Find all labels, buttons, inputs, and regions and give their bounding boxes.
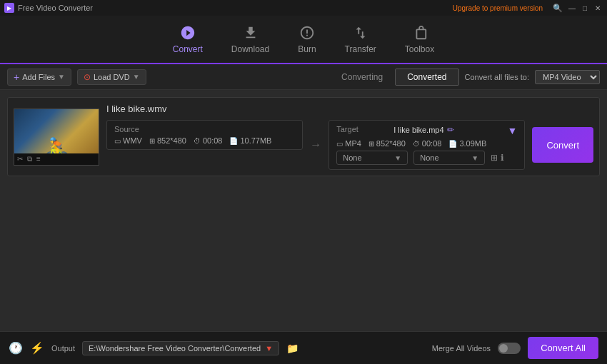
nav-download-label: Download — [231, 44, 269, 54]
file-header: ✂ ⧉ ≡ I like bike.wmv Source — [14, 103, 593, 170]
maximize-button[interactable]: □ — [580, 3, 590, 13]
convert-all-area: Convert all files to: MP4 Video AVI Vide… — [465, 70, 600, 84]
format-select[interactable]: MP4 Video AVI Video MOV Video MKV Video — [535, 70, 600, 84]
download-icon — [242, 24, 259, 41]
nav-bar: Convert Download Burn Transfer — [0, 16, 607, 64]
convert-button[interactable]: Convert — [532, 127, 593, 163]
target-details: ▭ MP4 ⊞ 852*480 ⏱ 00:08 — [336, 139, 517, 148]
subtitle-dropdown-icon-1: ▼ — [394, 154, 401, 162]
convert-all-label: Convert all files to: — [465, 73, 529, 81]
source-details: ▭ WMV ⊞ 852*480 ⏱ 00:08 — [114, 136, 295, 145]
file-icon: 📄 — [229, 137, 238, 145]
tabs-area: Converting Converted — [329, 69, 458, 86]
output-path-text: E:\Wondershare Free Video Converter\Conv… — [89, 344, 261, 353]
tab-converted[interactable]: Converted — [395, 69, 458, 86]
app-name: Free Video Converter — [18, 4, 93, 12]
subtitle-dropdown-icon-2: ▼ — [471, 154, 478, 162]
toolbar: + Add Files ▼ ⊙ Load DVD ▼ Converting Co… — [0, 64, 607, 90]
target-file-icon: 📄 — [448, 140, 457, 148]
format-icon: ▭ — [114, 137, 121, 145]
clip-icon[interactable]: ⧉ — [27, 155, 32, 163]
nav-download[interactable]: Download — [231, 24, 269, 54]
output-path[interactable]: E:\Wondershare Free Video Converter\Conv… — [82, 341, 279, 355]
target-block: Target ▼ ▭ MP4 ⊞ 852*480 — [328, 120, 525, 170]
target-format: ▭ MP4 — [336, 139, 361, 148]
load-dvd-label: Load DVD — [94, 73, 130, 81]
dvd-icon: ⊙ — [84, 72, 91, 82]
output-label: Output — [51, 344, 75, 353]
add-files-dropdown-icon[interactable]: ▼ — [58, 73, 65, 81]
target-size: 📄 3.09MB — [448, 139, 486, 148]
target-clock-icon: ⏱ — [413, 140, 420, 148]
main-content: ✂ ⧉ ≡ I like bike.wmv Source — [0, 90, 607, 331]
resolution-icon: ⊞ — [149, 137, 155, 145]
target-format-icon: ▭ — [336, 140, 343, 148]
convert-icon — [179, 24, 196, 41]
output-dropdown-icon[interactable]: ▼ — [265, 344, 273, 353]
title-bar-right: Upgrade to premium version 🔍 — □ ✕ — [453, 3, 603, 13]
toolbox-icon — [411, 24, 428, 41]
target-duration: ⏱ 00:08 — [413, 139, 442, 148]
target-res-icon: ⊞ — [368, 140, 374, 148]
nav-burn[interactable]: Burn — [298, 24, 316, 54]
upgrade-link[interactable]: Upgrade to premium version — [453, 4, 543, 12]
subtitle-merge-icon[interactable]: ⊞ — [491, 153, 498, 163]
folder-icon[interactable]: 📁 — [286, 343, 299, 354]
trim-icon[interactable]: ✂ — [17, 155, 23, 163]
burn-icon — [299, 24, 316, 41]
bottom-bar: 🕐 ⚡ Output E:\Wondershare Free Video Con… — [0, 331, 607, 364]
nav-convert-label: Convert — [173, 44, 203, 54]
source-size: 📄 10.77MB — [229, 136, 271, 145]
file-thumbnail: ✂ ⧉ ≡ — [14, 108, 99, 166]
plus-icon: + — [14, 71, 19, 83]
file-item: ✂ ⧉ ≡ I like bike.wmv Source — [7, 97, 600, 176]
add-files-button[interactable]: + Add Files ▼ — [7, 69, 71, 86]
load-dvd-dropdown-icon[interactable]: ▼ — [133, 73, 140, 81]
target-expand-icon[interactable]: ▼ — [508, 125, 518, 136]
merge-toggle[interactable] — [498, 343, 521, 354]
nav-transfer[interactable]: Transfer — [345, 24, 376, 54]
subtitle-info-icon[interactable]: ℹ — [501, 153, 504, 163]
search-icon[interactable]: 🔍 — [553, 4, 563, 13]
source-resolution: ⊞ 852*480 — [149, 136, 186, 145]
subtitle-select-2[interactable]: None ▼ — [413, 151, 485, 165]
clock-icon: ⏱ — [194, 137, 201, 145]
load-dvd-button[interactable]: ⊙ Load DVD ▼ — [77, 69, 146, 85]
nav-convert[interactable]: Convert — [173, 24, 203, 54]
source-label: Source — [114, 125, 295, 133]
add-files-label: Add Files — [22, 73, 55, 81]
nav-toolbox-label: Toolbox — [405, 44, 434, 54]
flash-icon[interactable]: ⚡ — [30, 341, 44, 355]
title-bar-left: ▶ Free Video Converter — [4, 3, 93, 13]
conversion-arrow: → — [310, 138, 321, 151]
conversion-row: Source ▭ WMV ⊞ 852*480 ⏱ — [106, 120, 593, 170]
merge-label: Merge All Videos — [432, 344, 491, 353]
nav-transfer-label: Transfer — [345, 44, 376, 54]
source-block: Source ▭ WMV ⊞ 852*480 ⏱ — [106, 120, 303, 150]
edit-icon[interactable]: ✏ — [447, 125, 454, 135]
app-logo: ▶ — [4, 3, 14, 13]
subtitle-icons: ⊞ ℹ — [491, 153, 504, 163]
minimize-button[interactable]: — — [567, 3, 577, 13]
source-format: ▭ WMV — [114, 136, 142, 145]
source-duration: ⏱ 00:08 — [194, 136, 223, 145]
transfer-icon — [352, 24, 369, 41]
tab-converting[interactable]: Converting — [329, 69, 395, 86]
nav-toolbox[interactable]: Toolbox — [405, 24, 434, 54]
close-button[interactable]: ✕ — [593, 3, 603, 13]
target-resolution: ⊞ 852*480 — [368, 139, 406, 148]
target-label: Target — [336, 125, 358, 133]
settings-icon[interactable]: ≡ — [36, 155, 41, 163]
file-info: I like bike.wmv Source ▭ WMV ⊞ — [106, 103, 593, 170]
subtitle-row: None ▼ None ▼ ⊞ ℹ — [336, 151, 517, 165]
target-filename: I like bike.mp4 — [393, 126, 443, 134]
title-bar: ▶ Free Video Converter Upgrade to premiu… — [0, 0, 607, 16]
file-name-row: I like bike.wmv — [106, 103, 593, 114]
nav-burn-label: Burn — [298, 44, 316, 54]
history-icon[interactable]: 🕐 — [9, 341, 23, 355]
subtitle-select-1[interactable]: None ▼ — [336, 151, 408, 165]
convert-all-button[interactable]: Convert All — [528, 337, 598, 359]
file-name: I like bike.wmv — [106, 103, 167, 114]
